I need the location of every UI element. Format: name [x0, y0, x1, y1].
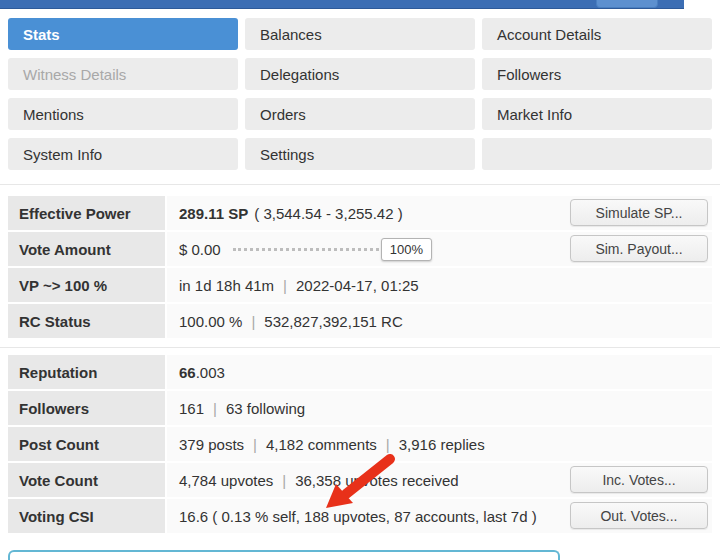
- upvotes-count: 4,784 upvotes: [179, 472, 273, 489]
- tab-stats[interactable]: Stats: [8, 18, 238, 50]
- followers-count: 161: [179, 400, 204, 417]
- tab-system-info[interactable]: System Info: [8, 138, 238, 170]
- inc-votes-button[interactable]: Inc. Votes...: [570, 466, 708, 493]
- replies-count: 3,916 replies: [399, 436, 485, 453]
- stats-table: Effective Power 289.11 SP ( 3,544.54 - 3…: [8, 196, 712, 340]
- row-vote-amount: Vote Amount $ 0.00 100% Sim. Payout...: [8, 232, 712, 266]
- row-label: Vote Count: [8, 463, 165, 497]
- tab-market-info[interactable]: Market Info: [482, 98, 712, 130]
- vote-weight-badge[interactable]: 100%: [381, 238, 432, 261]
- pipe-separator: |: [253, 436, 257, 453]
- row-effective-power: Effective Power 289.11 SP ( 3,544.54 - 3…: [8, 196, 712, 230]
- sim-payout-button[interactable]: Sim. Payout...: [570, 235, 708, 262]
- tab-account-details[interactable]: Account Details: [482, 18, 712, 50]
- tab-mentions[interactable]: Mentions: [8, 98, 238, 130]
- vp-recharge-time: in 1d 18h 41m: [179, 277, 274, 294]
- effective-power-value: 289.11 SP: [179, 205, 248, 222]
- effective-power-detail: ( 3,544.54 - 3,255.42 ): [254, 205, 402, 222]
- top-toolbar: [0, 0, 720, 9]
- row-label: VP ~> 100 %: [8, 268, 165, 302]
- row-rc-status: RC Status 100.00 % | 532,827,392,151 RC: [8, 304, 712, 338]
- following-count: 63 following: [226, 400, 305, 417]
- section-divider: [0, 184, 720, 185]
- row-label: Followers: [8, 391, 165, 425]
- red-arrow-annotation: [312, 450, 396, 512]
- row-label: Post Count: [8, 427, 165, 461]
- next-section-panel-top: [8, 550, 560, 560]
- tab-settings[interactable]: Settings: [245, 138, 475, 170]
- posts-count: 379 posts: [179, 436, 244, 453]
- row-label: RC Status: [8, 304, 165, 338]
- vote-amount-value: $ 0.00: [179, 241, 221, 258]
- pipe-separator: |: [283, 277, 287, 294]
- row-value: 100.00 % | 532,827,392,151 RC: [167, 304, 712, 338]
- tab-delegations[interactable]: Delegations: [245, 58, 475, 90]
- rc-percent: 100.00 %: [179, 313, 242, 330]
- row-label: Vote Amount: [8, 232, 165, 266]
- row-value: 66 .003: [167, 355, 712, 389]
- pipe-separator: |: [282, 472, 286, 489]
- row-followers: Followers 161 | 63 following: [8, 391, 712, 425]
- pipe-separator: |: [213, 400, 217, 417]
- tab-followers[interactable]: Followers: [482, 58, 712, 90]
- tab-witness-details[interactable]: Witness Details: [8, 58, 238, 90]
- tab-orders[interactable]: Orders: [245, 98, 475, 130]
- tab-balances[interactable]: Balances: [245, 18, 475, 50]
- tab-empty-slot: [482, 138, 712, 170]
- row-label: Reputation: [8, 355, 165, 389]
- tab-grid: Stats Balances Account Details Witness D…: [8, 18, 712, 170]
- out-votes-button[interactable]: Out. Votes...: [570, 502, 708, 529]
- section-divider: [0, 347, 720, 348]
- reputation-decimals: .003: [196, 364, 225, 381]
- row-label: Effective Power: [8, 196, 165, 230]
- row-vp-recharge: VP ~> 100 % in 1d 18h 41m | 2022-04-17, …: [8, 268, 712, 302]
- row-value: 379 posts | 4,182 comments | 3,916 repli…: [167, 427, 712, 461]
- pipe-separator: |: [251, 313, 255, 330]
- simulate-sp-button[interactable]: Simulate SP...: [570, 199, 708, 226]
- reputation-value: 66: [179, 364, 196, 381]
- row-reputation: Reputation 66 .003: [8, 355, 712, 389]
- vp-recharge-date: 2022-04-17, 01:25: [296, 277, 419, 294]
- row-value: in 1d 18h 41m | 2022-04-17, 01:25: [167, 268, 712, 302]
- rc-value: 532,827,392,151 RC: [264, 313, 402, 330]
- topbar-button[interactable]: [596, 0, 658, 8]
- vote-weight-slider[interactable]: [233, 248, 379, 251]
- row-value: 161 | 63 following: [167, 391, 712, 425]
- row-label: Voting CSI: [8, 499, 165, 533]
- topbar-white-area: [684, 0, 720, 10]
